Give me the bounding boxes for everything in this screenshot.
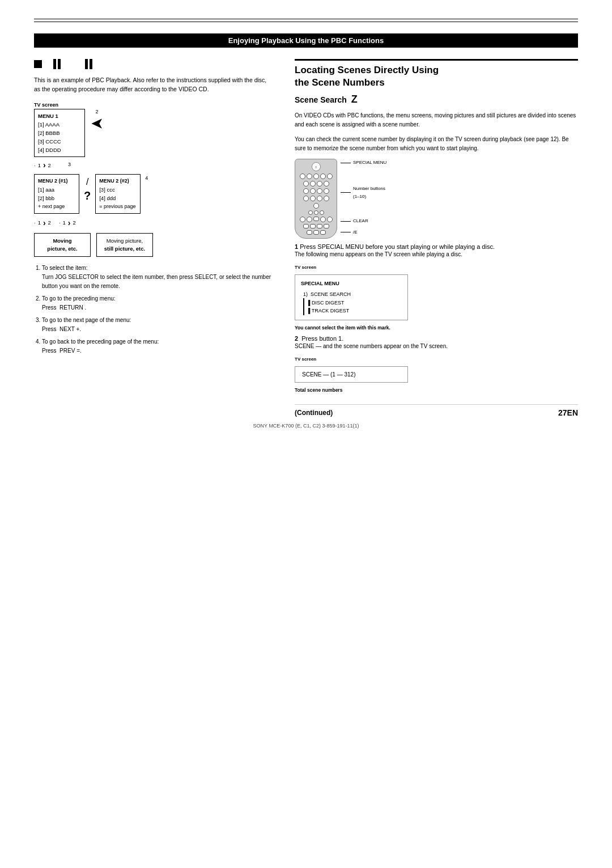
menu1-box: MENU 1 [1] AAAA [2] BBBB [3] CCCC [4] DD… bbox=[34, 109, 85, 158]
section-title: Locating Scenes Directly Using the Scene… bbox=[295, 59, 578, 89]
page-number: 27EN bbox=[558, 408, 578, 417]
menu1-item3: [3] CCCC bbox=[38, 137, 81, 146]
steps-ol: To select the item: Turn JOG SELECTOR to… bbox=[34, 264, 272, 355]
menu2-1-next: + next page bbox=[38, 202, 75, 210]
clear-label: CLEAR bbox=[353, 217, 368, 225]
step-item-2: To go to the preceding menu: Press RETUR… bbox=[42, 294, 272, 312]
step-2-text-1: Press button 1. bbox=[301, 335, 343, 342]
remote-row-8 bbox=[303, 224, 329, 228]
remote-sm-2 bbox=[314, 210, 318, 215]
picture-boxes-row: Movingpicture, etc. Moving picture,still… bbox=[34, 233, 272, 257]
menu1-title: MENU 1 bbox=[38, 112, 81, 120]
annot-line-2 bbox=[341, 192, 351, 193]
nav-sub-1: · 1 › 2 bbox=[34, 160, 51, 170]
remote-single-btn bbox=[313, 203, 319, 209]
arrow-col-1: 2 ➤ bbox=[88, 109, 105, 132]
step-2-text-2: SCENE — and the scene numbers appear on … bbox=[295, 343, 448, 349]
menu2-2-title: MENU 2 (#2) bbox=[99, 177, 137, 185]
menu1-item4: [4] DDDD bbox=[38, 146, 81, 154]
menu2-1-box: MENU 2 (#1) [1] aaa [2] bbb + next page bbox=[34, 174, 79, 213]
remote-row-4 bbox=[303, 196, 329, 201]
remote-row-1 bbox=[300, 173, 333, 179]
pbc-icons-row bbox=[34, 59, 272, 69]
tv-screen-1-wrapper: TV screen SPECIAL MENU 1) SCENE SEARCH ▐… bbox=[295, 265, 578, 331]
body-text-2: You can check the current scene number b… bbox=[295, 135, 578, 153]
remote-num-4 bbox=[324, 181, 329, 187]
scene-search-item: 1) SCENE SEARCH bbox=[303, 290, 402, 298]
remote-num-10 bbox=[310, 196, 316, 201]
annotation-spacer-2 bbox=[341, 201, 386, 217]
slash-qmark-area: / ? bbox=[84, 174, 91, 202]
pause-bar-2 bbox=[58, 59, 61, 69]
tv-screen-2-wrapper: TV screen SCENE — (1 — 312) Total scene … bbox=[295, 357, 578, 393]
remote-sm-3 bbox=[320, 210, 324, 215]
body-text-1: On VIDEO CDs with PBC functions, the men… bbox=[295, 111, 578, 129]
remote-ae-3 bbox=[320, 230, 326, 235]
annot-line-4 bbox=[341, 232, 351, 232]
remote-top-button: ○ bbox=[312, 162, 321, 171]
step-item-4: To go back to the preceding page of the … bbox=[42, 337, 272, 355]
remote-row-6 bbox=[308, 210, 324, 215]
annot-line-3 bbox=[341, 221, 351, 222]
pause-icon-2 bbox=[85, 59, 92, 69]
remote-transport-4 bbox=[324, 224, 329, 228]
total-scene-label: Total scene numbers bbox=[295, 387, 578, 393]
tv-screen-1-label: TV screen bbox=[295, 265, 578, 270]
step-1-num: 1 bbox=[295, 243, 298, 250]
remote-clear-3 bbox=[313, 217, 319, 221]
remote-num-3 bbox=[317, 181, 322, 187]
tv-screen-1-box: SPECIAL MENU 1) SCENE SEARCH ▐ DISC DIGE… bbox=[295, 274, 408, 320]
remote-num-8 bbox=[324, 188, 329, 194]
nav-arrow-1: › bbox=[43, 160, 46, 170]
marker-bar-1 bbox=[303, 298, 304, 315]
number-buttons-annotation: Number buttons(1–10) bbox=[341, 185, 386, 201]
remote-num-2 bbox=[310, 181, 316, 187]
step-2-num: 2 bbox=[295, 335, 298, 342]
remote-row-7 bbox=[300, 217, 333, 222]
remote-transport-2 bbox=[310, 224, 316, 228]
menu2-1-item1: [1] aaa bbox=[38, 185, 75, 194]
arrow-num-2: 2 bbox=[95, 109, 98, 115]
scene-search-subtitle: Scene Search Z bbox=[295, 94, 578, 105]
continued-row: (Continued) 27EN bbox=[295, 404, 578, 417]
nav-2: 2 bbox=[48, 162, 51, 168]
right-column: Locating Scenes Directly Using the Scene… bbox=[295, 59, 578, 417]
diagram-area-mid: MENU 2 (#1) [1] aaa [2] bbb + next page … bbox=[34, 174, 272, 213]
nav-4: 2 bbox=[48, 219, 51, 226]
picture-box-2: Moving picture,still picture, etc. bbox=[96, 233, 153, 257]
remote-btn-2 bbox=[307, 173, 312, 179]
picture-box-1-label: Movingpicture, etc. bbox=[39, 237, 86, 253]
nav-arrow-2: › bbox=[43, 218, 46, 227]
step-1-item: 1 Press SPECIAL MENU before you start pl… bbox=[295, 243, 578, 259]
disc-digest-label: ▐ DISC DIGEST bbox=[307, 299, 349, 307]
remote-btn-5 bbox=[327, 173, 333, 179]
remote-num-1 bbox=[303, 181, 309, 187]
remote-transport-3 bbox=[317, 224, 322, 228]
remote-num-11 bbox=[317, 196, 322, 201]
ae-label: /E bbox=[353, 228, 358, 236]
menu1-item1: [1] AAAA bbox=[38, 120, 81, 129]
remote-row-5 bbox=[313, 203, 319, 209]
nav-dot-3: · bbox=[59, 219, 61, 226]
remote-annotations: SPECIAL MENU Number buttons(1–10) CLEAR bbox=[341, 159, 386, 237]
arrow-num-4: 4 bbox=[145, 174, 148, 181]
clear-annotation: CLEAR bbox=[341, 217, 386, 225]
menu2-2-item1: [3] ccc bbox=[99, 185, 137, 194]
number-buttons-label: Number buttons(1–10) bbox=[353, 185, 385, 201]
special-menu-annotation: SPECIAL MENU bbox=[341, 159, 386, 167]
nav-3: 1 bbox=[38, 219, 41, 226]
continued-text: (Continued) bbox=[295, 409, 333, 417]
annot-line-1 bbox=[341, 163, 351, 163]
remote-row-2 bbox=[303, 181, 329, 187]
remote-clear-2 bbox=[307, 217, 312, 222]
remote-num-6 bbox=[310, 188, 316, 194]
remote-num-12 bbox=[324, 196, 329, 201]
step-item-1: To select the item: Turn JOG SELECTOR to… bbox=[42, 264, 272, 291]
remote-clear-5 bbox=[327, 217, 333, 222]
remote-num-7 bbox=[317, 188, 322, 194]
nav-row-1: · 1 › 2 3 bbox=[34, 160, 272, 170]
step-1-text-1: Press SPECIAL MENU before you start play… bbox=[300, 243, 495, 250]
remote-ae-2 bbox=[313, 230, 319, 235]
menu2-1-item2: [2] bbb bbox=[38, 194, 75, 202]
nav-1: 1 bbox=[38, 162, 41, 168]
